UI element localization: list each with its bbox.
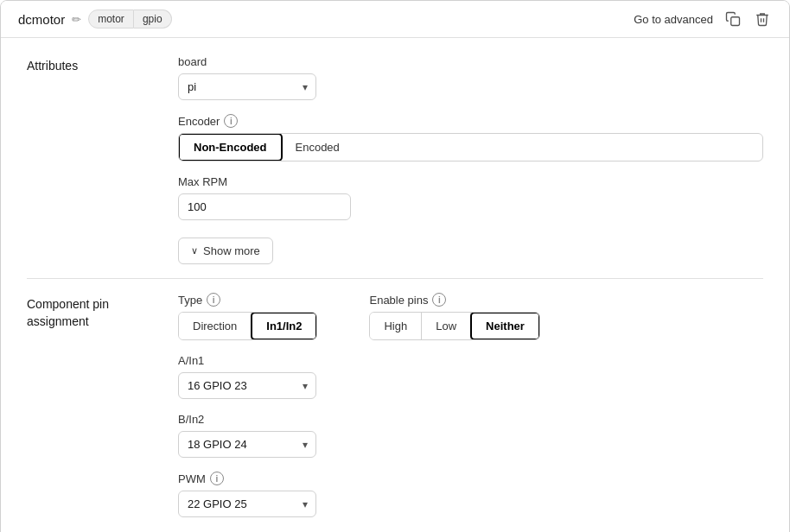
pin-assignment-row: Component pin assignment Type i — [27, 293, 763, 531]
attributes-label: Attributes — [27, 55, 178, 264]
b-in2-label: B/In2 — [178, 413, 763, 426]
max-rpm-label: Max RPM — [178, 175, 763, 188]
in1-in2-button[interactable]: In1/In2 — [251, 312, 317, 340]
show-more-button[interactable]: ∨ Show more — [178, 238, 273, 264]
svg-rect-0 — [731, 17, 740, 26]
chevron-down-icon: ∨ — [191, 245, 198, 256]
main-window: dcmotor ✏ motor gpio Go to advanced — [0, 0, 790, 532]
type-button-group: Direction In1/In2 — [178, 312, 317, 340]
enable-pins-field-group: Enable pins i High Low Neither — [369, 293, 539, 340]
main-content: Attributes board pi ▾ — [1, 38, 789, 532]
a-in1-select-wrapper: 16 GPIO 23 ▾ — [178, 372, 316, 399]
pwm-info-icon[interactable]: i — [210, 472, 224, 485]
max-rpm-input[interactable]: 100 — [178, 193, 351, 220]
board-field-group: board pi ▾ — [178, 55, 763, 100]
header-right: Go to advanced — [634, 10, 772, 28]
content-wrapper: Attributes board pi ▾ — [27, 55, 763, 531]
pwm-field-group: PWM i 22 GPIO 25 ▾ — [178, 472, 763, 517]
pin-assignment-label: Component pin assignment — [27, 293, 178, 531]
edit-icon[interactable]: ✏ — [72, 13, 81, 26]
encoder-label: Encoder i — [178, 114, 763, 128]
trash-icon — [755, 11, 770, 27]
attributes-row: Attributes board pi ▾ — [27, 55, 763, 264]
direction-button[interactable]: Direction — [179, 313, 252, 339]
low-button[interactable]: Low — [422, 313, 471, 339]
pin-assignment-form: Type i Direction In1/In2 Enable pins — [178, 293, 763, 531]
neither-button[interactable]: Neither — [470, 312, 540, 340]
breadcrumb-gpio[interactable]: gpio — [134, 10, 172, 28]
header-left: dcmotor ✏ motor gpio — [18, 10, 172, 28]
page-title: dcmotor — [18, 12, 65, 27]
copy-icon-button[interactable] — [723, 10, 742, 28]
type-field-group: Type i Direction In1/In2 — [178, 293, 317, 340]
encoder-info-icon[interactable]: i — [224, 114, 238, 128]
a-in1-field-group: A/In1 16 GPIO 23 ▾ — [178, 354, 763, 399]
b-in2-select[interactable]: 18 GPIO 24 — [178, 431, 316, 458]
pwm-select[interactable]: 22 GPIO 25 — [178, 491, 316, 517]
max-rpm-field-group: Max RPM 100 — [178, 175, 763, 220]
header: dcmotor ✏ motor gpio Go to advanced — [1, 1, 789, 38]
breadcrumb-motor[interactable]: motor — [88, 10, 134, 28]
enable-pins-button-group: High Low Neither — [369, 312, 539, 340]
b-in2-field-group: B/In2 18 GPIO 24 ▾ — [178, 413, 763, 458]
board-select[interactable]: pi — [178, 73, 316, 100]
copy-icon — [725, 11, 741, 27]
encoded-button[interactable]: Encoded — [282, 134, 354, 161]
a-in1-label: A/In1 — [178, 354, 763, 367]
type-enable-row: Type i Direction In1/In2 Enable pins — [178, 293, 763, 354]
board-label: board — [178, 55, 763, 68]
type-info-icon[interactable]: i — [207, 293, 220, 307]
board-select-wrapper: pi ▾ — [178, 73, 316, 100]
encoder-button-group: Non-Encoded Encoded — [178, 133, 763, 162]
attributes-form: board pi ▾ Encoder i — [178, 55, 763, 264]
enable-pins-info-icon[interactable]: i — [432, 293, 446, 307]
high-button[interactable]: High — [370, 313, 422, 339]
go-to-advanced-button[interactable]: Go to advanced — [634, 13, 713, 26]
pwm-label: PWM i — [178, 472, 763, 485]
pwm-select-wrapper: 22 GPIO 25 ▾ — [178, 491, 316, 517]
b-in2-select-wrapper: 18 GPIO 24 ▾ — [178, 431, 316, 458]
a-in1-select[interactable]: 16 GPIO 23 — [178, 372, 316, 399]
breadcrumb: motor gpio — [88, 10, 171, 28]
type-label: Type i — [178, 293, 317, 307]
enable-pins-label: Enable pins i — [369, 293, 539, 307]
encoder-field-group: Encoder i Non-Encoded Encoded — [178, 114, 763, 162]
non-encoded-button[interactable]: Non-Encoded — [178, 133, 283, 162]
delete-icon-button[interactable] — [753, 10, 772, 28]
